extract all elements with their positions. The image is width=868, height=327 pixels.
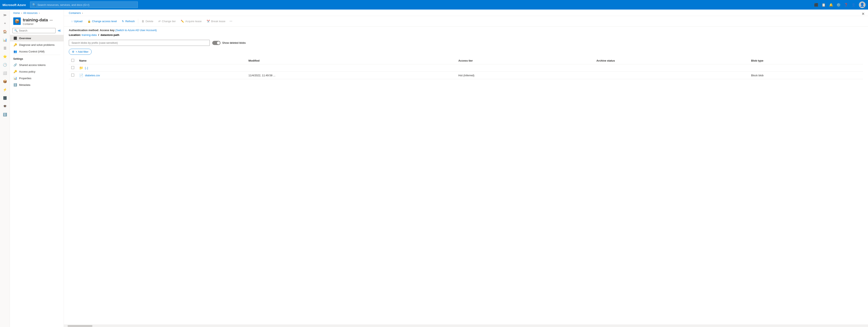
main-content: Containers › ✕ ↑ Upload 🔒 Change access …: [64, 9, 868, 327]
function-icon[interactable]: ⚡: [1, 86, 9, 93]
expand-btn[interactable]: ≫: [1, 11, 9, 19]
favorites-icon[interactable]: ⭐: [1, 53, 9, 60]
change-tier-icon: ⇄: [158, 20, 161, 23]
horizontal-scrollbar[interactable]: [64, 325, 868, 327]
nav-items: ⬛ Overview 🔑 Diagnose and solve problems…: [10, 35, 64, 327]
sidebar-item-meta-label: Metadata: [19, 83, 30, 86]
switch-auth-link[interactable]: (Switch to Azure AD User Account): [115, 29, 157, 32]
help-icon[interactable]: ❓: [844, 3, 848, 7]
toolbar-more-btn[interactable]: ···: [228, 18, 234, 24]
row-modified-cell: 11/4/2022, 11:49:58 ...: [246, 72, 456, 79]
upload-btn[interactable]: ↑ Upload: [69, 19, 85, 24]
sidebar-item-overview-label: Overview: [19, 37, 31, 40]
lock-icon: 🔒: [88, 20, 91, 23]
feedback-icon[interactable]: 📋: [822, 3, 826, 7]
select-all-checkbox[interactable]: [71, 59, 74, 62]
row-name-cell: 📄diabetes.csv: [77, 72, 246, 79]
col-name: Name: [77, 57, 246, 64]
left-search-input[interactable]: [19, 29, 54, 32]
close-btn[interactable]: ✕: [862, 11, 865, 16]
topbar: Microsoft Azure 🔍 ⬛ 📋 🔔 ⚙️ ❓ 👤 👤: [0, 0, 868, 9]
create-btn[interactable]: ＋: [1, 20, 9, 27]
table-row: 📄diabetes.csv11/4/2022, 11:49:58 ...Hot …: [69, 72, 863, 79]
delete-icon: 🗑: [142, 20, 144, 23]
monitor-icon[interactable]: 👁️: [1, 102, 9, 110]
sidebar-item-metadata[interactable]: ℹ️ Metadata: [10, 82, 64, 88]
resource-title-area: training-data ··· Container: [23, 18, 60, 26]
left-search-box[interactable]: 🔍: [12, 28, 56, 33]
add-filter-label: + Add filter: [76, 50, 89, 53]
add-filter-row: ⚙ + Add filter: [64, 48, 868, 57]
header-checkbox-cell: [69, 57, 77, 64]
dashboard-icon[interactable]: 📊: [1, 36, 9, 43]
info-icon[interactable]: ℹ️: [1, 111, 9, 118]
row-access-tier-cell: [456, 64, 594, 72]
acquire-lease-btn[interactable]: ✏️ Acquire lease: [178, 19, 204, 24]
sidebar-item-properties[interactable]: 📊 Properties: [10, 75, 64, 82]
overview-icon: ⬛: [13, 36, 17, 40]
content-breadcrumb-containers[interactable]: Containers: [69, 11, 81, 14]
breadcrumb-all-resources[interactable]: All resources: [23, 11, 37, 14]
sidebar-item-diagnose[interactable]: 🔑 Diagnose and solve problems: [10, 41, 64, 48]
search-blobs-input[interactable]: [69, 40, 210, 46]
change-access-level-btn[interactable]: 🔒 Change access level: [85, 19, 119, 24]
sidebar-item-diagnose-label: Diagnose and solve problems: [19, 43, 55, 47]
access-policy-icon: 🔑: [13, 70, 17, 73]
settings-icon[interactable]: ⚙️: [837, 3, 841, 7]
bell-icon[interactable]: 🔔: [829, 3, 833, 7]
terminal-icon[interactable]: ⬛: [814, 3, 818, 7]
change-tier-btn[interactable]: ⇄ Change tier: [156, 19, 178, 24]
folder-icon: 📁: [79, 66, 83, 70]
collapse-panel-btn[interactable]: ≪: [57, 28, 62, 33]
scroll-thumb[interactable]: [68, 325, 92, 327]
add-filter-btn[interactable]: ⚙ + Add filter: [69, 49, 92, 55]
break-lease-btn[interactable]: ✂️ Break lease: [204, 19, 228, 24]
avatar[interactable]: 👤: [859, 1, 866, 8]
resource-groups-icon[interactable]: ⬜: [1, 69, 9, 77]
properties-icon: 📊: [13, 77, 17, 80]
file-icon: 📄: [79, 73, 83, 77]
sidebar-item-shared-access-tokens[interactable]: 🔗 Shared access tokens: [10, 62, 64, 68]
show-deleted-toggle[interactable]: [212, 41, 220, 45]
table-body: 📁[..]📄diabetes.csv11/4/2022, 11:49:58 ..…: [69, 64, 863, 79]
recent-icon[interactable]: 🕒: [1, 61, 9, 68]
delete-btn[interactable]: 🗑 Delete: [139, 19, 156, 24]
resource-title: training-data ···: [23, 18, 60, 23]
row-checkbox[interactable]: [71, 66, 74, 69]
sidebar-item-access-control[interactable]: 👥 Access Control (IAM): [10, 48, 64, 55]
location-path-link[interactable]: training-data: [82, 33, 97, 36]
blob-table: Name Modified Access tier Archive status…: [69, 57, 863, 79]
row-checkbox-cell: [69, 72, 77, 79]
acquire-lease-label: Acquire lease: [185, 20, 202, 23]
content-breadcrumb: Containers ›: [64, 9, 868, 16]
resource-name: training-data: [23, 18, 48, 22]
home-nav-icon[interactable]: 🏠: [1, 28, 9, 35]
container-icon: 📦: [14, 19, 20, 24]
container-reg-icon[interactable]: 📦: [1, 78, 9, 85]
file-name-link[interactable]: [..]: [85, 66, 88, 69]
search-blobs-row: Show deleted blobs: [64, 38, 868, 48]
row-checkbox[interactable]: [71, 73, 74, 77]
left-search-icon: 🔍: [14, 29, 18, 32]
person-icon[interactable]: 👤: [851, 3, 856, 7]
acquire-lease-icon: ✏️: [181, 20, 184, 23]
sidebar-item-access-policy[interactable]: 🔑 Access policy: [10, 68, 64, 75]
row-modified-cell: [246, 64, 456, 72]
row-access-tier-cell: Hot (Inferred): [456, 72, 594, 79]
refresh-btn[interactable]: ↻ Refresh: [119, 19, 137, 24]
sidebar-item-overview[interactable]: ⬛ Overview: [10, 35, 64, 41]
breadcrumb-home[interactable]: Home: [13, 11, 20, 14]
all-services-icon[interactable]: ☰: [1, 44, 9, 52]
main-layout: ≫ ＋ 🏠 📊 ☰ ⭐ 🕒 ⬜ 📦 ⚡ 🗄️ 👁️ ℹ️ Home › All …: [0, 9, 868, 327]
global-search-input[interactable]: [37, 3, 135, 6]
file-name-link[interactable]: diabetes.csv: [85, 74, 100, 77]
global-search-box[interactable]: 🔍: [30, 1, 138, 8]
change-access-label: Change access level: [92, 20, 117, 23]
sql-icon[interactable]: 🗄️: [1, 94, 9, 101]
break-lease-icon: ✂️: [207, 20, 210, 23]
more-options-btn[interactable]: ···: [50, 18, 53, 23]
row-archive-status-cell: [594, 64, 749, 72]
show-deleted-label: Show deleted blobs: [222, 41, 246, 44]
toggle-knob: [217, 41, 220, 44]
toolbar: ↑ Upload 🔒 Change access level ↻ Refresh…: [64, 16, 868, 27]
